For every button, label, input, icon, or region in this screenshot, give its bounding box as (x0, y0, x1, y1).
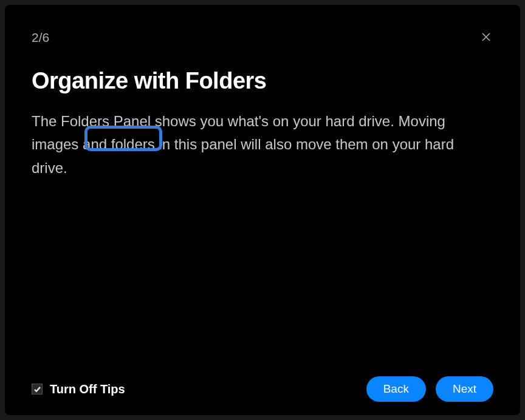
tips-dialog: 2/6 Organize with Folders The Folders Pa… (5, 5, 520, 415)
dialog-header-row: 2/6 (32, 30, 493, 45)
dialog-footer: Turn Off Tips Back Next (32, 376, 493, 402)
turn-off-tips-control[interactable]: Turn Off Tips (32, 382, 125, 396)
highlight-annotation (84, 126, 162, 151)
turn-off-tips-label: Turn Off Tips (50, 382, 125, 396)
close-button[interactable] (479, 30, 493, 45)
checkmark-icon (33, 385, 41, 393)
dialog-body-text: The Folders Panel shows you what's on yo… (32, 110, 493, 180)
next-button[interactable]: Next (436, 376, 493, 402)
back-button[interactable]: Back (366, 376, 426, 402)
dialog-title: Organize with Folders (32, 68, 493, 94)
nav-button-group: Back Next (366, 376, 493, 402)
close-icon (481, 31, 491, 44)
turn-off-tips-checkbox[interactable] (32, 384, 43, 395)
step-counter: 2/6 (32, 30, 49, 45)
